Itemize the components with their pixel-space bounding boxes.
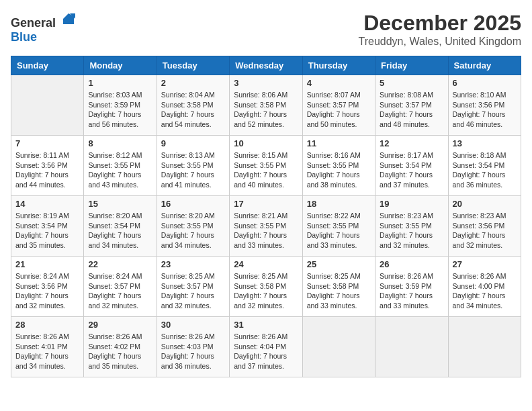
logo-blue: Blue xyxy=(11,30,37,44)
day-cell: 30Sunrise: 8:26 AMSunset: 4:03 PMDayligh… xyxy=(157,317,229,377)
day-cell: 3Sunrise: 8:06 AMSunset: 3:58 PMDaylight… xyxy=(230,75,302,136)
day-cell: 25Sunrise: 8:25 AMSunset: 3:58 PMDayligh… xyxy=(302,257,375,317)
day-cell: 13Sunrise: 8:18 AMSunset: 3:54 PMDayligh… xyxy=(448,136,521,196)
day-number: 14 xyxy=(15,199,79,209)
day-number: 20 xyxy=(453,199,517,209)
day-header-tuesday: Tuesday xyxy=(157,56,229,75)
day-number: 23 xyxy=(161,259,225,269)
day-number: 9 xyxy=(161,138,225,148)
day-cell: 4Sunrise: 8:07 AMSunset: 3:57 PMDaylight… xyxy=(302,75,375,136)
day-info: Sunrise: 8:26 AMSunset: 4:04 PMDaylight:… xyxy=(234,332,298,371)
day-number: 24 xyxy=(234,259,298,269)
day-info: Sunrise: 8:25 AMSunset: 3:58 PMDaylight:… xyxy=(234,271,298,311)
day-info: Sunrise: 8:22 AMSunset: 3:55 PMDaylight:… xyxy=(307,211,371,250)
logo-icon xyxy=(60,11,77,27)
day-number: 4 xyxy=(307,78,371,88)
day-info: Sunrise: 8:26 AMSunset: 3:59 PMDaylight:… xyxy=(380,271,443,311)
day-number: 27 xyxy=(453,259,517,269)
day-info: Sunrise: 8:24 AMSunset: 3:56 PMDaylight:… xyxy=(15,271,79,311)
day-info: Sunrise: 8:21 AMSunset: 3:55 PMDaylight:… xyxy=(234,211,298,250)
week-row-5: 28Sunrise: 8:26 AMSunset: 4:01 PMDayligh… xyxy=(11,317,521,377)
header-row: SundayMondayTuesdayWednesdayThursdayFrid… xyxy=(11,56,521,75)
day-number: 13 xyxy=(453,138,517,148)
day-cell: 8Sunrise: 8:12 AMSunset: 3:55 PMDaylight… xyxy=(84,136,157,196)
day-cell: 1Sunrise: 8:03 AMSunset: 3:59 PMDaylight… xyxy=(84,75,157,136)
day-info: Sunrise: 8:11 AMSunset: 3:56 PMDaylight:… xyxy=(15,150,79,190)
day-info: Sunrise: 8:23 AMSunset: 3:55 PMDaylight:… xyxy=(380,211,443,250)
month-title: December 2025 xyxy=(359,11,521,36)
day-cell: 15Sunrise: 8:20 AMSunset: 3:54 PMDayligh… xyxy=(84,196,157,257)
day-number: 2 xyxy=(161,78,225,88)
day-info: Sunrise: 8:24 AMSunset: 3:57 PMDaylight:… xyxy=(88,271,152,311)
day-info: Sunrise: 8:03 AMSunset: 3:59 PMDaylight:… xyxy=(88,90,152,130)
day-number: 8 xyxy=(88,138,152,148)
day-number: 15 xyxy=(88,199,152,209)
day-header-sunday: Sunday xyxy=(11,56,84,75)
title-block: December 2025 Treuddyn, Wales, United Ki… xyxy=(359,11,521,48)
day-number: 31 xyxy=(234,320,298,330)
day-cell: 5Sunrise: 8:08 AMSunset: 3:57 PMDaylight… xyxy=(375,75,448,136)
day-cell: 9Sunrise: 8:13 AMSunset: 3:55 PMDaylight… xyxy=(157,136,229,196)
day-cell: 26Sunrise: 8:26 AMSunset: 3:59 PMDayligh… xyxy=(375,257,448,317)
day-cell xyxy=(448,317,521,377)
day-cell xyxy=(11,75,84,136)
day-number: 7 xyxy=(15,138,79,148)
day-info: Sunrise: 8:06 AMSunset: 3:58 PMDaylight:… xyxy=(234,90,298,130)
day-cell xyxy=(375,317,448,377)
logo-text: General Blue xyxy=(11,11,77,44)
day-cell: 29Sunrise: 8:26 AMSunset: 4:02 PMDayligh… xyxy=(84,317,157,377)
day-cell: 6Sunrise: 8:10 AMSunset: 3:56 PMDaylight… xyxy=(448,75,521,136)
day-info: Sunrise: 8:26 AMSunset: 4:01 PMDaylight:… xyxy=(15,332,79,371)
day-info: Sunrise: 8:26 AMSunset: 4:02 PMDaylight:… xyxy=(88,332,152,371)
day-number: 16 xyxy=(161,199,225,209)
day-number: 29 xyxy=(88,320,152,330)
day-header-friday: Friday xyxy=(375,56,448,75)
day-number: 25 xyxy=(307,259,371,269)
day-info: Sunrise: 8:04 AMSunset: 3:58 PMDaylight:… xyxy=(161,90,225,130)
week-row-4: 21Sunrise: 8:24 AMSunset: 3:56 PMDayligh… xyxy=(11,257,521,317)
day-number: 30 xyxy=(161,320,225,330)
day-header-saturday: Saturday xyxy=(448,56,521,75)
day-number: 28 xyxy=(15,320,79,330)
day-cell: 31Sunrise: 8:26 AMSunset: 4:04 PMDayligh… xyxy=(230,317,302,377)
day-number: 5 xyxy=(380,78,443,88)
day-info: Sunrise: 8:07 AMSunset: 3:57 PMDaylight:… xyxy=(307,90,371,130)
day-header-wednesday: Wednesday xyxy=(230,56,302,75)
day-cell: 18Sunrise: 8:22 AMSunset: 3:55 PMDayligh… xyxy=(302,196,375,257)
day-info: Sunrise: 8:15 AMSunset: 3:55 PMDaylight:… xyxy=(234,150,298,190)
day-number: 26 xyxy=(380,259,443,269)
day-info: Sunrise: 8:08 AMSunset: 3:57 PMDaylight:… xyxy=(380,90,443,130)
day-number: 10 xyxy=(234,138,298,148)
day-info: Sunrise: 8:20 AMSunset: 3:55 PMDaylight:… xyxy=(161,211,225,250)
day-info: Sunrise: 8:17 AMSunset: 3:54 PMDaylight:… xyxy=(380,150,443,190)
day-cell: 12Sunrise: 8:17 AMSunset: 3:54 PMDayligh… xyxy=(375,136,448,196)
day-cell: 28Sunrise: 8:26 AMSunset: 4:01 PMDayligh… xyxy=(11,317,84,377)
day-number: 18 xyxy=(307,199,371,209)
week-row-1: 1Sunrise: 8:03 AMSunset: 3:59 PMDaylight… xyxy=(11,75,521,136)
day-info: Sunrise: 8:19 AMSunset: 3:54 PMDaylight:… xyxy=(15,211,79,250)
day-cell xyxy=(302,317,375,377)
day-number: 22 xyxy=(88,259,152,269)
day-number: 3 xyxy=(234,78,298,88)
day-cell: 10Sunrise: 8:15 AMSunset: 3:55 PMDayligh… xyxy=(230,136,302,196)
week-row-2: 7Sunrise: 8:11 AMSunset: 3:56 PMDaylight… xyxy=(11,136,521,196)
day-info: Sunrise: 8:16 AMSunset: 3:55 PMDaylight:… xyxy=(307,150,371,190)
page-header: General Blue December 2025 Treuddyn, Wal… xyxy=(11,11,521,48)
day-number: 1 xyxy=(88,78,152,88)
week-row-3: 14Sunrise: 8:19 AMSunset: 3:54 PMDayligh… xyxy=(11,196,521,257)
day-number: 17 xyxy=(234,199,298,209)
day-cell: 14Sunrise: 8:19 AMSunset: 3:54 PMDayligh… xyxy=(11,196,84,257)
day-info: Sunrise: 8:25 AMSunset: 3:58 PMDaylight:… xyxy=(307,271,371,311)
day-info: Sunrise: 8:13 AMSunset: 3:55 PMDaylight:… xyxy=(161,150,225,190)
day-cell: 16Sunrise: 8:20 AMSunset: 3:55 PMDayligh… xyxy=(157,196,229,257)
day-info: Sunrise: 8:10 AMSunset: 3:56 PMDaylight:… xyxy=(453,90,517,130)
day-number: 11 xyxy=(307,138,371,148)
day-cell: 2Sunrise: 8:04 AMSunset: 3:58 PMDaylight… xyxy=(157,75,229,136)
day-header-thursday: Thursday xyxy=(302,56,375,75)
day-info: Sunrise: 8:18 AMSunset: 3:54 PMDaylight:… xyxy=(453,150,517,190)
day-info: Sunrise: 8:23 AMSunset: 3:56 PMDaylight:… xyxy=(453,211,517,250)
day-info: Sunrise: 8:12 AMSunset: 3:55 PMDaylight:… xyxy=(88,150,152,190)
day-info: Sunrise: 8:20 AMSunset: 3:54 PMDaylight:… xyxy=(88,211,152,250)
day-info: Sunrise: 8:25 AMSunset: 3:57 PMDaylight:… xyxy=(161,271,225,311)
day-header-monday: Monday xyxy=(84,56,157,75)
